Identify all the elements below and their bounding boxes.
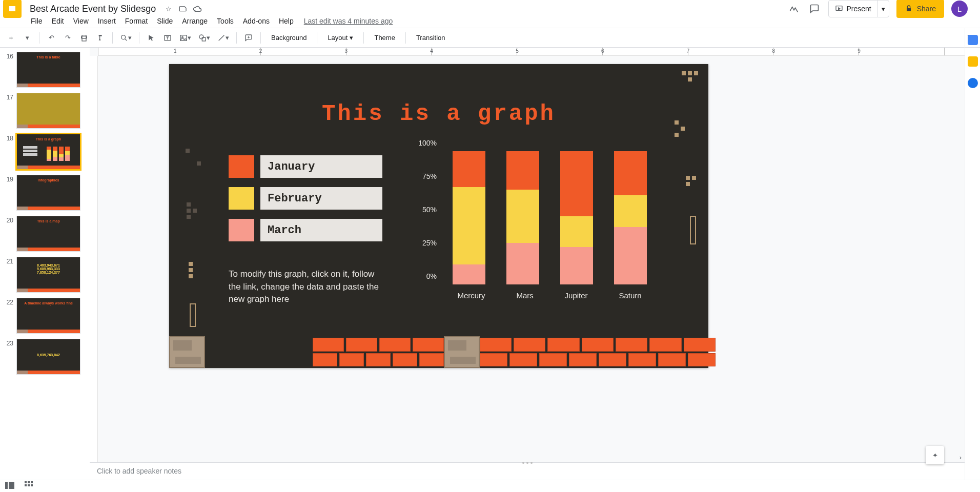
share-button[interactable]: Share	[896, 0, 944, 18]
svg-rect-7	[180, 35, 187, 40]
transition-button[interactable]: Transition	[411, 31, 451, 45]
account-avatar[interactable]: L	[951, 1, 968, 17]
background-button[interactable]: Background	[266, 31, 312, 45]
svg-rect-1	[9, 6, 15, 11]
side-panel	[965, 28, 980, 48]
select-tool[interactable]	[145, 31, 158, 45]
textbox-tool[interactable]	[161, 31, 174, 45]
toolbar: ＋ ▾ ↶ ↷ ▾ ▾ ▾ ▾ Background Layout ▾ Them…	[0, 28, 980, 48]
layout-label: Layout	[328, 34, 348, 42]
redo-button[interactable]: ↷	[61, 31, 74, 45]
undo-button[interactable]: ↶	[45, 31, 58, 45]
comment-insert-button[interactable]	[242, 31, 255, 45]
new-slide-dropdown[interactable]: ▾	[21, 31, 34, 45]
share-label: Share	[917, 5, 936, 13]
shape-tool[interactable]: ▾	[196, 31, 212, 45]
present-label: Present	[846, 5, 871, 13]
svg-point-9	[199, 35, 203, 39]
line-tool[interactable]: ▾	[215, 31, 231, 45]
svg-rect-10	[202, 37, 206, 41]
document-title[interactable]: Best Arcade Event by Slidesgo	[27, 3, 159, 15]
menu-insert[interactable]: Insert	[94, 15, 120, 27]
image-tool[interactable]: ▾	[177, 31, 193, 45]
menu-view[interactable]: View	[69, 15, 93, 27]
calendar-addon-icon[interactable]	[968, 35, 978, 45]
paint-format-button[interactable]	[94, 31, 107, 45]
svg-rect-3	[907, 8, 911, 11]
move-icon[interactable]	[178, 4, 188, 13]
menu-arrange[interactable]: Arrange	[178, 15, 212, 27]
menu-edit[interactable]: Edit	[48, 15, 68, 27]
comments-icon[interactable]	[808, 2, 821, 15]
slides-logo-icon[interactable]	[3, 0, 22, 18]
activity-icon[interactable]	[787, 2, 801, 15]
svg-point-5	[121, 35, 126, 39]
star-icon[interactable]: ☆	[164, 4, 173, 13]
present-button[interactable]: Present	[829, 1, 877, 17]
zoom-button[interactable]: ▾	[118, 31, 134, 45]
menu-slide[interactable]: Slide	[153, 15, 177, 27]
last-edit-link[interactable]: Last edit was 4 minutes ago	[304, 17, 393, 25]
new-slide-button[interactable]: ＋	[4, 31, 17, 45]
menu-help[interactable]: Help	[275, 15, 298, 27]
menu-file[interactable]: File	[27, 15, 47, 27]
layout-button[interactable]: Layout ▾	[322, 31, 358, 45]
header-actions: Present ▾ Share L	[787, 0, 975, 18]
print-button[interactable]	[77, 31, 91, 45]
present-button-group: Present ▾	[828, 0, 889, 17]
svg-rect-4	[82, 38, 86, 40]
menu-addons[interactable]: Add-ons	[239, 15, 274, 27]
theme-button[interactable]: Theme	[369, 31, 400, 45]
title-bar: Best Arcade Event by Slidesgo ☆ Present …	[0, 0, 980, 14]
cloud-status-icon[interactable]	[193, 4, 202, 13]
present-options-dropdown[interactable]: ▾	[877, 1, 889, 17]
menu-tools[interactable]: Tools	[213, 15, 238, 27]
menu-format[interactable]: Format	[121, 15, 152, 27]
